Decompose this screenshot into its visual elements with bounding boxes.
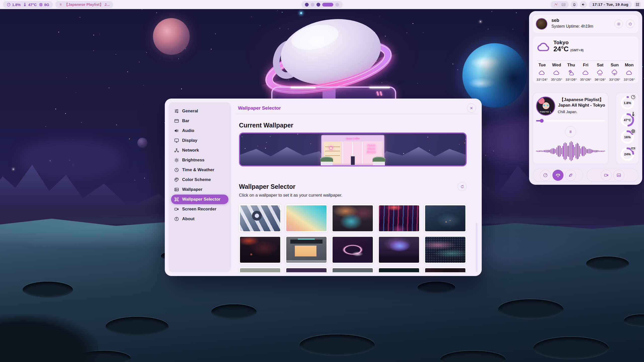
volume-button[interactable] xyxy=(580,1,587,8)
waveform-bar xyxy=(560,146,561,156)
star xyxy=(116,54,116,55)
star xyxy=(66,77,67,78)
workspace-dot-5[interactable] xyxy=(335,3,339,7)
sidebar-item-audio[interactable]: Audio xyxy=(171,126,228,135)
sidebar-item-about[interactable]: About xyxy=(171,214,228,224)
screenshot-icon xyxy=(616,173,621,178)
weather-storm-icon xyxy=(611,69,618,76)
album-art: TOKYO L xyxy=(536,97,555,116)
weather-forecast: Tue33°/24° Wed35°/25° Thu33°/26° Fri35°/… xyxy=(535,63,636,81)
notifications-button[interactable] xyxy=(571,1,578,8)
settings-main: Wallpaper Selector Current Wallpaper Spa… xyxy=(235,102,478,272)
workspace-dot-3[interactable] xyxy=(316,3,320,7)
system-stats-card: 1.8% 47°C 16% 24% xyxy=(616,93,639,164)
sidebar-item-label: Network xyxy=(182,148,199,153)
pause-button[interactable] xyxy=(565,126,576,137)
waveform-bar xyxy=(587,149,588,153)
star xyxy=(464,143,465,143)
scrollbar-thumb[interactable] xyxy=(476,223,477,272)
wallpaper-thumbnail[interactable] xyxy=(239,204,281,232)
sidebar-item-display[interactable]: Display xyxy=(171,136,228,145)
wallpaper-thumbnail[interactable] xyxy=(378,204,420,232)
star xyxy=(480,21,481,22)
info-icon xyxy=(174,216,179,221)
forecast-day: Mon33°/26° xyxy=(622,63,636,81)
sidebar-item-time-weather[interactable]: Time & Weather xyxy=(171,165,228,175)
sidebar-item-general[interactable]: General xyxy=(171,106,228,116)
workspace-dot-2[interactable] xyxy=(311,3,314,7)
app-launcher-button[interactable] xyxy=(634,1,641,8)
seek-slider-thumb[interactable] xyxy=(540,119,544,123)
screenshot-button[interactable] xyxy=(613,170,624,181)
waveform-bar xyxy=(577,143,578,159)
workspace-indicator xyxy=(301,1,343,8)
sidebar-item-label: Wallpaper Selector xyxy=(182,197,220,202)
sidebar-item-screen-recorder[interactable]: Screen Recorder xyxy=(171,204,228,214)
sidebar-item-color-scheme[interactable]: Color Scheme xyxy=(171,175,228,185)
settings-button[interactable] xyxy=(614,20,623,28)
scales-icon xyxy=(555,173,560,178)
selector-heading-row: Wallpaper Selector xyxy=(239,182,467,191)
seek-slider[interactable] xyxy=(536,120,605,121)
wallpaper-thumbnail[interactable] xyxy=(285,267,328,272)
tray-picture-icon[interactable] xyxy=(561,2,566,7)
wallpaper-thumbnail[interactable] xyxy=(239,236,281,264)
wallpaper-thumbnail[interactable] xyxy=(378,236,420,264)
sidebar-item-wallpaper[interactable]: Wallpaper xyxy=(171,185,228,194)
tray-app-icon[interactable] xyxy=(554,2,558,7)
current-wallpaper-heading: Current Wallpaper xyxy=(239,122,474,129)
chip-icon xyxy=(632,130,635,133)
wallpaper-thumbnail[interactable] xyxy=(378,267,420,272)
power-button[interactable] xyxy=(626,20,634,28)
performance-profile-button[interactable] xyxy=(540,170,551,181)
star xyxy=(139,62,140,62)
wallpaper-thumbnail[interactable] xyxy=(424,204,466,232)
clock[interactable]: 17:17 - Tue, 19 Aug xyxy=(589,1,632,8)
star xyxy=(127,71,128,72)
wallpaper-thumbnail[interactable] xyxy=(332,204,374,232)
sidebar-item-bar[interactable]: Bar xyxy=(171,116,228,126)
powersave-profile-button[interactable] xyxy=(565,170,576,181)
screen-record-button[interactable] xyxy=(601,170,612,181)
sidebar-item-wallpaper-selector[interactable]: Wallpaper Selector xyxy=(171,195,228,204)
waveform-bar xyxy=(550,149,551,153)
crater xyxy=(533,337,609,359)
star xyxy=(58,32,59,32)
wallpaper-thumbnail[interactable] xyxy=(239,267,281,272)
wallpaper-thumbnail[interactable] xyxy=(424,236,466,264)
refresh-button[interactable] xyxy=(458,182,467,191)
sidebar-item-network[interactable]: Network xyxy=(171,146,228,155)
forecast-day: Sun33°/26° xyxy=(608,63,622,81)
balanced-profile-button[interactable] xyxy=(552,170,564,181)
sidebar-item-brightness[interactable]: Brightness xyxy=(171,155,228,165)
star xyxy=(417,83,418,83)
wallpaper-thumbnail[interactable] xyxy=(285,236,328,264)
now-playing-pill[interactable]: 【Japanese Playlist】 J... xyxy=(55,1,113,8)
waveform-bar xyxy=(547,150,548,153)
forecast-day: Wed35°/25° xyxy=(549,63,564,81)
waveform-bar xyxy=(580,148,581,154)
sidebar-item-label: Brightness xyxy=(182,158,205,163)
close-button[interactable] xyxy=(467,104,476,113)
palette-icon xyxy=(174,177,179,182)
waveform-bar xyxy=(573,145,574,157)
star xyxy=(266,142,267,143)
workspace-dot-1[interactable] xyxy=(305,3,309,7)
waveform-bar xyxy=(574,147,575,156)
wallpaper-thumbnail[interactable] xyxy=(332,267,374,272)
audio-waveform xyxy=(536,141,605,161)
wallpaper-thumbnail[interactable] xyxy=(332,236,374,264)
speaker-icon xyxy=(581,3,585,7)
wallpaper-thumbnail[interactable] xyxy=(285,204,328,232)
planter xyxy=(373,157,385,165)
sidebar-item-label: Screen Recorder xyxy=(182,207,216,212)
crater xyxy=(23,282,73,298)
neon-quote xyxy=(376,91,379,96)
sidebar-item-label: Color Scheme xyxy=(182,177,211,182)
waveform-bar xyxy=(592,150,593,152)
system-stats-pill[interactable]: 1.8% 47°C 8G xyxy=(3,1,53,8)
wall paper-thumbnail[interactable] xyxy=(424,267,466,272)
sign-light xyxy=(369,87,390,88)
shelf xyxy=(325,151,340,151)
workspace-dot-4[interactable] xyxy=(322,3,333,7)
